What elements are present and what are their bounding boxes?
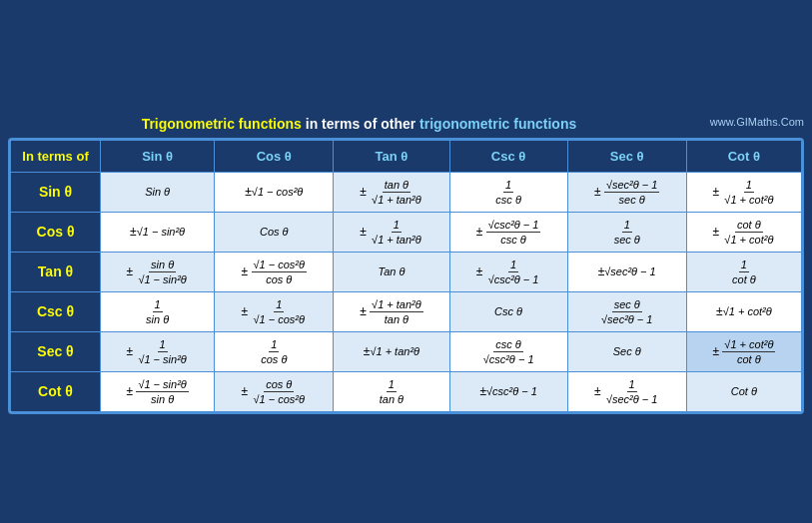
title-part2: in terms of other [306, 116, 419, 132]
table-wrapper: In terms of Sin θ Cos θ Tan θ Csc θ Sec … [8, 138, 804, 414]
tan-tan: Tan θ [334, 252, 449, 291]
cot-csc: ±√csc²θ − 1 [449, 371, 567, 411]
cot-sin: ± √1 − sin²θsin θ [101, 371, 215, 411]
sin-cos: ±√1 − cos²θ [215, 172, 334, 212]
row-tan-label: Tan θ [11, 252, 101, 291]
col-cos-header: Cos θ [215, 140, 334, 172]
website-label: www.GIMaths.Com [710, 116, 804, 128]
sin-sec: ± √sec²θ − 1sec θ [567, 172, 686, 212]
title-bar: www.GIMaths.Com Trigonometric functions … [8, 110, 804, 138]
cos-tan: ± 1√1 + tan²θ [334, 212, 449, 252]
csc-csc: Csc θ [449, 291, 567, 331]
col-cot-header: Cot θ [686, 140, 801, 172]
cot-cot: Cot θ [686, 371, 801, 411]
col-sec-header: Sec θ [567, 140, 686, 172]
csc-tan: ± √1 + tan²θtan θ [334, 291, 449, 331]
cos-sin: ±√1 − sin²θ [101, 212, 215, 252]
col-label-header: In terms of [11, 140, 101, 172]
row-cos: Cos θ ±√1 − sin²θ Cos θ ± 1√1 + tan²θ ± … [11, 212, 802, 252]
sec-tan: ±√1 + tan²θ [334, 331, 449, 371]
col-tan-header: Tan θ [334, 140, 449, 172]
row-csc-label: Csc θ [11, 291, 101, 331]
cos-cos: Cos θ [215, 212, 334, 252]
title-part3: trigonometric functions [419, 116, 576, 132]
header-row: In terms of Sin θ Cos θ Tan θ Csc θ Sec … [11, 140, 802, 172]
row-tan: Tan θ ± sin θ√1 − sin²θ ± √1 − cos²θcos … [11, 252, 802, 291]
sec-sin: ± 1√1 − sin²θ [101, 331, 215, 371]
sec-cot: ± √1 + cot²θcot θ [686, 331, 801, 371]
csc-cos: ± 1√1 − cos²θ [215, 291, 334, 331]
tan-cot: 1cot θ [686, 252, 801, 291]
tan-cos: ± √1 − cos²θcos θ [215, 252, 334, 291]
main-container: www.GIMaths.Com Trigonometric functions … [0, 102, 812, 422]
tan-sin: ± sin θ√1 − sin²θ [101, 252, 215, 291]
row-cot-label: Cot θ [11, 371, 101, 411]
csc-sin: 1sin θ [101, 291, 215, 331]
tan-csc: ± 1√csc²θ − 1 [449, 252, 567, 291]
row-cos-label: Cos θ [11, 212, 101, 252]
sec-csc: csc θ√csc²θ − 1 [449, 331, 567, 371]
tan-sec: ±√sec²θ − 1 [567, 252, 686, 291]
row-sec-label: Sec θ [11, 331, 101, 371]
csc-cot: ±√1 + cot²θ [686, 291, 801, 331]
sin-cot: ± 1√1 + cot²θ [686, 172, 801, 212]
cos-cot: ± cot θ√1 + cot²θ [686, 212, 801, 252]
col-csc-header: Csc θ [449, 140, 567, 172]
cos-sec: 1sec θ [567, 212, 686, 252]
sin-sin: Sin θ [101, 172, 215, 212]
title-part1: Trigonometric functions [142, 116, 302, 132]
sec-cos: 1cos θ [215, 331, 334, 371]
sin-tan: ± tan θ√1 + tan²θ [334, 172, 449, 212]
cot-sec: ± 1√sec²θ − 1 [567, 371, 686, 411]
row-csc: Csc θ 1sin θ ± 1√1 − cos²θ ± √1 + tan²θt… [11, 291, 802, 331]
col-sin-header: Sin θ [101, 140, 215, 172]
cot-cos: ± cos θ√1 − cos²θ [215, 371, 334, 411]
row-cot: Cot θ ± √1 − sin²θsin θ ± cos θ√1 − cos²… [11, 371, 802, 411]
csc-sec: sec θ√sec²θ − 1 [567, 291, 686, 331]
sec-sec: Sec θ [567, 331, 686, 371]
row-sin: Sin θ Sin θ ±√1 − cos²θ ± tan θ√1 + tan²… [11, 172, 802, 212]
sin-csc: 1csc θ [449, 172, 567, 212]
row-sin-label: Sin θ [11, 172, 101, 212]
cos-csc: ± √csc²θ − 1csc θ [449, 212, 567, 252]
row-sec: Sec θ ± 1√1 − sin²θ 1cos θ ±√1 + tan²θ c… [11, 331, 802, 371]
cot-tan: 1tan θ [334, 371, 449, 411]
trig-table: In terms of Sin θ Cos θ Tan θ Csc θ Sec … [10, 140, 802, 412]
